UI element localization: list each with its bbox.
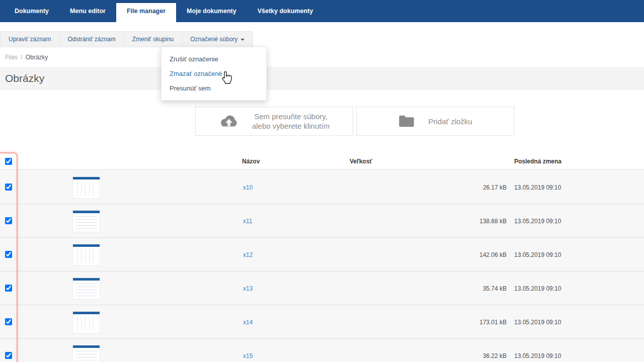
column-header-size: Veľkosť <box>350 158 372 165</box>
table-header: Názov Veľkosť Posledná zmena <box>0 153 644 170</box>
file-thumbnail[interactable] <box>73 177 100 198</box>
page-title: Obrázky <box>5 72 44 84</box>
title-bar: Obrázky <box>0 67 644 90</box>
file-size: 36.22 kB <box>483 352 507 359</box>
file-name-link[interactable]: x13 <box>243 285 253 292</box>
breadcrumb: Files/Obrázky <box>5 54 48 61</box>
row-checkbox[interactable] <box>5 352 12 359</box>
table-row: x14 173.01 kB 13.05.2019 09:10 <box>0 305 644 339</box>
breadcrumb-parent[interactable]: Files <box>5 54 18 61</box>
upload-dropzone[interactable]: Sem presuňte súbory, alebo vyberete klin… <box>195 107 353 136</box>
file-thumbnail[interactable] <box>73 244 100 265</box>
file-manager-screen: Dokumenty Menu editor File manager Moje … <box>0 0 644 362</box>
file-size: 173.01 kB <box>479 319 507 326</box>
table-row: x15 36.22 kB 13.05.2019 09:10 <box>0 339 644 362</box>
file-modified-date: 13.05.2019 09:10 <box>514 285 561 292</box>
file-size: 26.17 kB <box>483 184 507 191</box>
nav-tab[interactable]: Menu editor <box>59 0 116 22</box>
table-row: x11 138.68 kB 13.05.2019 09:10 <box>0 204 644 238</box>
row-checkbox[interactable] <box>5 217 12 224</box>
row-checkbox[interactable] <box>5 184 12 191</box>
add-folder-label: Pridať zložku <box>428 117 472 126</box>
marked-files-dropdown-menu: Zrušiť označenie Zmazať označené Presunú… <box>161 47 267 101</box>
file-thumbnail[interactable] <box>73 278 100 299</box>
toolbar: Upraviť záznam Odstrániť záznam Zmeniť s… <box>0 31 253 47</box>
nav-tab[interactable]: Všetky dokumenty <box>247 0 324 22</box>
file-thumbnail[interactable] <box>73 312 100 333</box>
chevron-down-icon <box>240 39 245 41</box>
file-name-link[interactable]: x14 <box>243 319 253 326</box>
file-modified-date: 13.05.2019 09:10 <box>514 184 561 191</box>
file-thumbnail[interactable] <box>73 345 100 362</box>
select-all-checkbox[interactable] <box>5 158 12 165</box>
dropdown-menu-item[interactable]: Presunúť sem <box>162 81 266 96</box>
file-name-link[interactable]: x12 <box>243 251 253 258</box>
column-header-modified: Posledná zmena <box>514 158 561 165</box>
dropdown-button-label: Označené súbory <box>190 36 237 43</box>
file-modified-date: 13.05.2019 09:10 <box>514 319 561 326</box>
nav-tab[interactable]: Moje dokumenty <box>176 0 247 22</box>
file-modified-date: 13.05.2019 09:10 <box>514 352 561 359</box>
toolbar-button[interactable]: Upraviť záznam <box>0 31 60 47</box>
file-name-link[interactable]: x10 <box>243 184 253 191</box>
top-navbar: Dokumenty Menu editor File manager Moje … <box>0 0 644 22</box>
nav-tab[interactable]: File manager <box>116 3 176 25</box>
add-folder-dropzone[interactable]: Pridať zložku <box>356 107 514 136</box>
toolbar-button[interactable]: Odstrániť záznam <box>60 31 124 47</box>
row-checkbox[interactable] <box>5 285 12 292</box>
breadcrumb-current: Obrázky <box>26 54 48 61</box>
cloud-upload-icon <box>219 115 239 128</box>
breadcrumb-separator: / <box>21 54 22 61</box>
file-size: 35.74 kB <box>483 285 507 292</box>
dropdown-menu-item[interactable]: Zrušiť označenie <box>162 52 266 66</box>
table-row: x13 35.74 kB 13.05.2019 09:10 <box>0 272 644 305</box>
file-size: 138.68 kB <box>479 218 507 225</box>
folder-icon <box>398 114 415 128</box>
file-name-link[interactable]: x11 <box>243 218 252 225</box>
marked-files-dropdown-button[interactable]: Označené súbory <box>182 31 253 47</box>
file-name-link[interactable]: x15 <box>243 352 253 359</box>
file-size: 142.06 kB <box>479 251 507 258</box>
table-row: x10 26.17 kB 13.05.2019 09:10 <box>0 170 644 204</box>
table-row: x12 142.06 kB 13.05.2019 09:10 <box>0 238 644 272</box>
row-checkbox[interactable] <box>5 251 12 258</box>
column-header-name: Názov <box>242 158 260 165</box>
toolbar-button[interactable]: Zmeniť skupinu <box>124 31 183 47</box>
upload-dropzone-label: Sem presuňte súbory, alebo vyberete klin… <box>252 112 330 131</box>
row-checkbox[interactable] <box>5 318 12 325</box>
file-modified-date: 13.05.2019 09:10 <box>514 218 561 225</box>
dropdown-menu-item[interactable]: Zmazať označené <box>162 66 266 81</box>
file-thumbnail[interactable] <box>73 211 100 232</box>
file-list: x10 26.17 kB 13.05.2019 09:10 x11 138.68… <box>0 170 644 362</box>
nav-tab[interactable]: Dokumenty <box>4 0 59 22</box>
file-modified-date: 13.05.2019 09:10 <box>514 251 561 258</box>
